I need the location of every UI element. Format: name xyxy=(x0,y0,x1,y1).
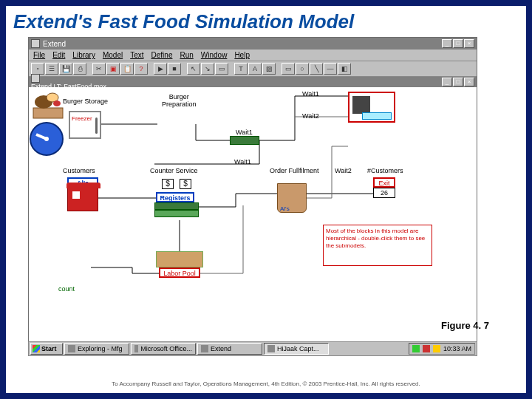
burger-grill-icon xyxy=(29,87,67,121)
label-customers: Customers xyxy=(63,167,95,174)
menu-window[interactable]: Window xyxy=(201,51,228,59)
tool-help[interactable]: ? xyxy=(134,63,148,75)
dollar-icon-2: $ xyxy=(180,179,191,189)
doc-close-button[interactable]: × xyxy=(464,78,474,86)
menu-library[interactable]: Library xyxy=(72,51,95,59)
menu-model[interactable]: Model xyxy=(103,51,123,59)
tray-speaker-icon[interactable] xyxy=(433,345,440,352)
task-msoffice[interactable]: Microsoft Office... xyxy=(131,343,196,355)
menu-define[interactable]: Define xyxy=(151,51,173,59)
menu-text[interactable]: Text xyxy=(130,51,143,59)
block-burger-prep[interactable] xyxy=(29,87,67,121)
label-num-customers: #Customers xyxy=(367,167,403,174)
tool-paste[interactable]: 📋 xyxy=(120,63,134,75)
app-titlebar[interactable]: Extend _ □ × xyxy=(29,38,477,50)
block-als-store[interactable] xyxy=(67,186,98,211)
label-wait2: Wait2 xyxy=(302,112,319,120)
tool-rect[interactable]: ▭ xyxy=(282,63,295,75)
tray-icon-1[interactable] xyxy=(412,345,420,352)
tool-a[interactable]: A xyxy=(248,63,262,75)
app-title: Extend xyxy=(43,40,66,48)
task-extend[interactable]: Extend xyxy=(197,343,262,355)
label-wait1b: Wait1 xyxy=(302,90,319,98)
dollar-icon-1: $ xyxy=(162,179,174,189)
slide-title: Extend's Fast Food Simulation Model xyxy=(6,6,526,35)
label-order-ff: Order Fullfilment xyxy=(270,167,319,174)
label-counter-service: Counter Service xyxy=(150,167,198,174)
task-hijaak[interactable]: HiJaak Capt... xyxy=(264,343,329,355)
block-labor-pool[interactable]: Labor Pool xyxy=(159,267,200,278)
block-exit[interactable]: Exit xyxy=(373,177,395,188)
tool-copy[interactable]: ▣ xyxy=(106,63,120,75)
menu-help[interactable]: Help xyxy=(234,51,250,59)
tool-text[interactable]: T xyxy=(234,63,248,75)
menu-file[interactable]: File xyxy=(33,51,45,59)
system-tray[interactable]: 10:33 AM xyxy=(409,343,475,355)
doc-icon xyxy=(31,74,40,83)
tool-stop[interactable]: ■ xyxy=(168,63,181,75)
block-register-q1[interactable] xyxy=(154,202,199,210)
tool-pick[interactable]: ◧ xyxy=(338,63,351,75)
doc-maximize-button[interactable]: □ xyxy=(453,78,463,86)
start-button[interactable]: Start xyxy=(30,343,63,355)
figure-label: Figure 4. 7 xyxy=(441,320,489,331)
tool-pointer[interactable]: ↖ xyxy=(187,63,200,75)
svg-rect-0 xyxy=(33,108,63,118)
doc-titlebar[interactable]: Extend LT: FastFood.mox _ □ × xyxy=(29,77,477,87)
label-count: count xyxy=(58,285,75,293)
tray-icon-2[interactable] xyxy=(423,345,430,352)
menu-edit[interactable]: Edit xyxy=(52,51,65,59)
label-als2: Al's xyxy=(280,205,290,212)
label-wait1c: Wait1 xyxy=(234,158,251,166)
label-wait1: Wait1 xyxy=(236,129,253,136)
app-window: Extend _ □ × File Edit Library Model Tex… xyxy=(28,37,477,341)
slide-footer: To Accompany Russell and Taylor, Operati… xyxy=(6,381,526,387)
label-burger-storage: Burger Storage xyxy=(63,98,108,105)
task-exploring[interactable]: Exploring - Mfg xyxy=(64,343,129,355)
taskbar: Start Exploring - Mfg Microsoft Office..… xyxy=(28,341,477,356)
block-wait1[interactable] xyxy=(230,136,259,145)
tool-link[interactable]: ↘ xyxy=(201,63,214,75)
block-clock[interactable] xyxy=(29,121,64,157)
clock-icon xyxy=(29,121,64,157)
tool-fill[interactable]: ▨ xyxy=(262,63,276,75)
tool-save[interactable]: 💾 xyxy=(59,63,72,75)
svg-point-3 xyxy=(53,100,61,106)
block-registers[interactable]: Registers xyxy=(156,192,194,202)
tool-cut[interactable]: ✂ xyxy=(92,63,106,75)
note-box: Most of the blocks in this model are hie… xyxy=(323,225,432,266)
model-canvas[interactable]: Burger Storage Burger Preparation Freeze… xyxy=(29,87,477,344)
doc-minimize-button[interactable]: _ xyxy=(442,78,452,86)
taskbar-clock[interactable]: 10:33 AM xyxy=(443,345,471,352)
block-labor-shelf[interactable] xyxy=(156,251,203,267)
tool-block[interactable]: ▭ xyxy=(215,63,228,75)
minimize-button[interactable]: _ xyxy=(442,39,452,48)
label-freezer: Freezer xyxy=(72,115,92,122)
menu-run[interactable]: Run xyxy=(180,51,193,59)
tool-oval[interactable]: ○ xyxy=(296,63,309,75)
tool-run[interactable]: ▶ xyxy=(154,63,167,75)
close-button[interactable]: × xyxy=(464,39,474,48)
svg-point-5 xyxy=(44,137,49,141)
block-plotter[interactable] xyxy=(348,92,395,123)
label-wait2b: Wait2 xyxy=(335,167,352,174)
tool-open[interactable]: ☰ xyxy=(45,63,58,75)
label-burger-prep: Burger Preparation xyxy=(162,93,197,108)
block-register-q2[interactable] xyxy=(154,210,199,217)
tool-hline[interactable]: — xyxy=(324,63,337,75)
tool-print[interactable]: ⎙ xyxy=(73,63,86,75)
maximize-button[interactable]: □ xyxy=(453,39,463,48)
menu-bar: File Edit Library Model Text Define Run … xyxy=(29,50,477,61)
tool-line[interactable]: ╲ xyxy=(310,63,323,75)
block-exit-count: 26 xyxy=(373,188,395,198)
tool-new[interactable]: ▫ xyxy=(31,63,44,75)
app-icon xyxy=(31,39,40,48)
